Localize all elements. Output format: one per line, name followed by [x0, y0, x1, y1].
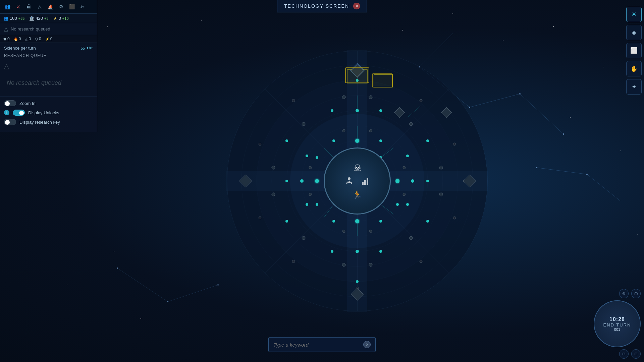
svg-point-108 [409, 236, 413, 240]
display-unlocks-toggle[interactable] [13, 110, 25, 116]
svg-point-101 [369, 230, 372, 233]
svg-point-84 [426, 180, 429, 182]
display-research-key-label: Display research key [19, 120, 60, 125]
res-icon-5: ⚡ [45, 37, 49, 41]
tech-screen-title-text: TECHNOLOGY SCREEN [284, 3, 349, 9]
res-mini-4: ⬡ 0 [35, 37, 41, 41]
top-icon-bar: 👥 ⚔ 🏛 △ ⛵ ⚙ ⬛ ✄ [0, 0, 97, 14]
cities-icon[interactable]: 🏛 [24, 2, 34, 11]
svg-point-90 [285, 220, 288, 223]
svg-rect-142 [367, 178, 368, 185]
svg-point-138 [348, 177, 351, 180]
res-val-4: 0 [39, 37, 41, 41]
right-icon-faction[interactable]: ✦ [626, 79, 642, 95]
science-nav-icon[interactable]: △ [35, 2, 44, 11]
svg-point-72 [300, 179, 304, 183]
end-turn-label: END TURN [603, 322, 631, 327]
left-panel: 👥 ⚔ 🏛 △ ⛵ ⚙ ⬛ ✄ 👥 100 +35 🏦 420 +8 ★ 0 +… [0, 0, 97, 132]
credits-resource: 🏦 420 +8 [29, 16, 48, 21]
res-val-5: 0 [50, 37, 53, 41]
svg-point-112 [272, 193, 275, 196]
military-icon[interactable]: ⚔ [13, 2, 23, 11]
center-right-icon [361, 176, 370, 188]
center-top-icon: ☠ [353, 163, 362, 174]
res-icon-2: 🔥 [14, 37, 18, 41]
influence-delta: +10 [62, 16, 69, 20]
research-queue-label: Research queue [0, 52, 97, 59]
svg-point-113 [272, 166, 275, 169]
res-val-3: 0 [29, 37, 31, 41]
svg-point-118 [453, 143, 456, 145]
display-research-key-control: Display research key [4, 119, 93, 125]
research-icon-small: △ [4, 26, 8, 32]
svg-point-93 [306, 155, 308, 157]
display-research-key-toggle[interactable] [4, 119, 16, 125]
svg-point-104 [309, 166, 312, 169]
svg-point-80 [332, 139, 335, 142]
search-input[interactable] [273, 342, 363, 348]
svg-point-110 [342, 263, 345, 266]
svg-point-107 [439, 193, 443, 196]
population-value: 100 [10, 16, 17, 21]
res-icon-4: ⬡ [35, 37, 38, 41]
svg-point-65 [355, 139, 359, 143]
display-unlocks-knob [19, 111, 24, 115]
svg-point-99 [403, 166, 406, 169]
svg-point-124 [259, 217, 261, 219]
end-turn-time: 10:28 [609, 316, 625, 322]
science-label: Science per turn [4, 46, 36, 51]
svg-point-88 [356, 280, 359, 283]
tech-screen-close-button[interactable]: ✕ [353, 3, 360, 9]
right-icon-trade[interactable]: ⬜ [626, 43, 642, 58]
filter-icon[interactable]: ⬛ [67, 2, 76, 11]
svg-point-67 [355, 219, 359, 223]
svg-point-103 [309, 193, 312, 196]
mini-icon-map[interactable]: ⬡ [631, 289, 641, 298]
right-icon-diplomacy[interactable]: ◈ [626, 25, 642, 40]
tools-icon[interactable]: ✄ [78, 2, 87, 11]
resource-mini-row: ⬟ 0 🔥 0 △ 0 ⬡ 0 ⚡ 0 [0, 35, 97, 43]
svg-point-9 [620, 150, 621, 151]
population-delta: +35 [18, 16, 25, 20]
svg-point-13 [67, 285, 67, 285]
svg-point-100 [403, 193, 406, 196]
svg-point-102 [342, 230, 345, 233]
right-icon-culture[interactable]: ☀ [626, 7, 642, 22]
credits-value: 420 [36, 16, 43, 21]
svg-point-85 [406, 203, 409, 206]
search-close-button[interactable]: ✕ [363, 341, 371, 348]
svg-point-114 [302, 122, 305, 126]
svg-rect-141 [364, 180, 366, 185]
mini-icon-zoom-out[interactable]: ⊖ [619, 349, 629, 359]
display-unlocks-info-icon[interactable]: i [4, 110, 9, 115]
star-icon: ★ [53, 16, 57, 21]
svg-point-120 [453, 217, 456, 219]
display-unlocks-control: i Display Unlocks [4, 110, 93, 116]
mini-icon-compass[interactable]: ⊕ [619, 289, 629, 298]
svg-point-68 [315, 179, 319, 183]
svg-point-87 [379, 250, 382, 253]
zoom-in-toggle[interactable] [4, 100, 16, 106]
svg-point-75 [396, 203, 399, 206]
svg-point-127 [292, 99, 295, 102]
svg-rect-136 [345, 68, 369, 83]
svg-point-82 [426, 139, 429, 142]
settings-icon[interactable]: ⚙ [56, 2, 66, 11]
science-symbol: ✦/⟳ [86, 46, 93, 50]
mini-icon-zoom-in[interactable]: ⊕ [631, 349, 641, 359]
right-icon-espionage[interactable]: ✋ [626, 61, 642, 76]
credits-icon: 🏦 [29, 16, 34, 21]
svg-point-89 [331, 250, 333, 253]
tech-circle-container: ☠ [226, 50, 488, 312]
end-turn-number: 001 [614, 327, 620, 331]
population-icon[interactable]: 👥 [3, 2, 12, 11]
end-turn-button[interactable]: 10:28 END TURN 001 [594, 300, 641, 347]
zoom-in-label: Zoom In [19, 101, 36, 106]
ships-icon[interactable]: ⛵ [46, 2, 55, 11]
tech-tree-center[interactable]: ☠ [324, 147, 391, 215]
svg-point-111 [302, 236, 305, 240]
svg-point-91 [306, 203, 308, 206]
svg-point-86 [426, 220, 429, 223]
credits-delta: +8 [44, 16, 49, 20]
science-row: Science per turn 55 ✦/⟳ [0, 43, 97, 52]
